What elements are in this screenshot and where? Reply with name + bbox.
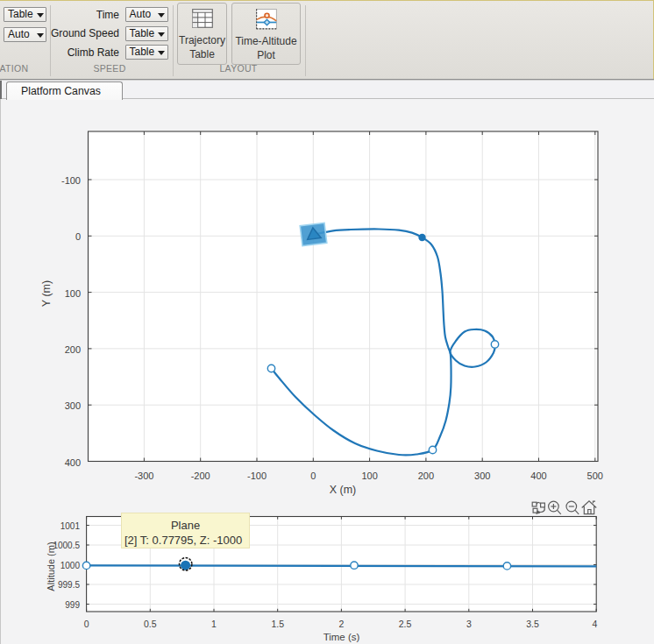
svg-text:4: 4 xyxy=(593,619,598,629)
svg-text:999.5: 999.5 xyxy=(58,580,80,590)
svg-text:0: 0 xyxy=(310,471,316,481)
svg-text:3: 3 xyxy=(466,619,472,629)
svg-text:1: 1 xyxy=(211,619,217,629)
svg-text:999: 999 xyxy=(65,600,80,610)
svg-text:Time (s): Time (s) xyxy=(323,632,360,642)
svg-text:Altitude (m): Altitude (m) xyxy=(46,541,56,591)
svg-text:200: 200 xyxy=(65,344,81,355)
svg-text:200: 200 xyxy=(418,471,434,481)
svg-text:1000.5: 1000.5 xyxy=(53,541,80,550)
svg-text:-100: -100 xyxy=(247,471,267,481)
svg-text:2: 2 xyxy=(338,619,344,629)
svg-text:100: 100 xyxy=(65,288,81,299)
svg-text:400: 400 xyxy=(65,457,81,468)
svg-text:400: 400 xyxy=(530,471,546,481)
svg-text:1000: 1000 xyxy=(60,561,81,570)
svg-text:0: 0 xyxy=(84,619,89,629)
svg-text:0: 0 xyxy=(75,231,81,242)
svg-text:300: 300 xyxy=(65,400,81,411)
svg-text:300: 300 xyxy=(474,471,490,481)
svg-text:1001: 1001 xyxy=(60,521,81,531)
svg-text:3.5: 3.5 xyxy=(526,619,539,629)
svg-text:-300: -300 xyxy=(134,471,153,481)
svg-text:2.5: 2.5 xyxy=(399,619,412,629)
svg-text:-200: -200 xyxy=(191,471,210,481)
svg-text:100: 100 xyxy=(361,471,377,481)
svg-text:Y (m): Y (m) xyxy=(40,280,53,307)
svg-text:1.5: 1.5 xyxy=(271,619,284,629)
svg-text:0.5: 0.5 xyxy=(144,619,157,629)
svg-text:-100: -100 xyxy=(61,175,81,186)
svg-text:500: 500 xyxy=(587,471,603,481)
svg-text:X (m): X (m) xyxy=(330,484,357,496)
